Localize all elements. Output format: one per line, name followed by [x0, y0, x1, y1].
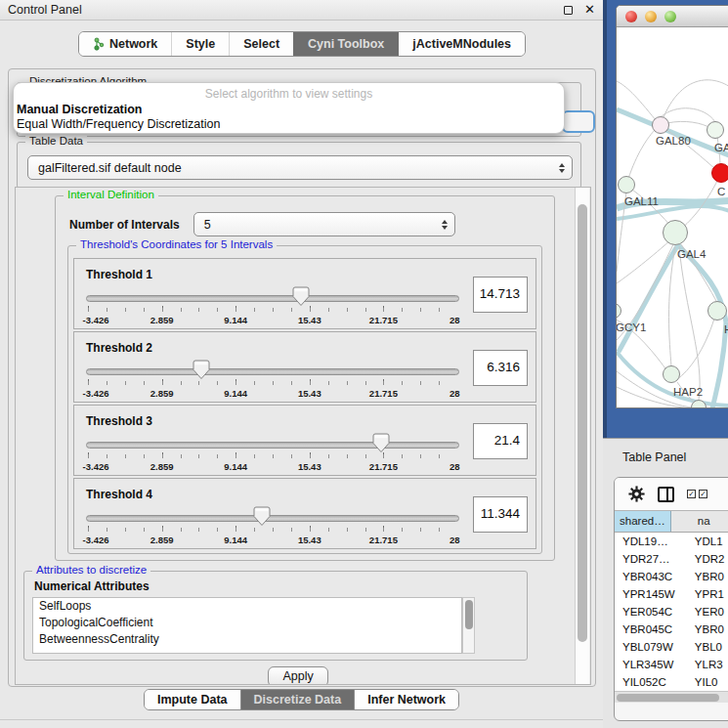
dropdown-hint: Select algorithm to view settings	[14, 87, 564, 103]
numerical-attributes-list[interactable]: SelfLoops TopologicalCoefficient Between…	[32, 597, 462, 654]
network-node[interactable]	[707, 301, 727, 321]
minimize-traffic-light-icon[interactable]	[645, 11, 657, 22]
threshold-value-field[interactable]: 14.713	[473, 277, 528, 313]
algorithm-combobox-focused-edge[interactable]	[562, 110, 595, 133]
settings-scrollbar[interactable]	[575, 188, 589, 684]
table-row[interactable]: YDL19… YDL1	[615, 533, 728, 550]
threshold-label: Threshold 2	[86, 341, 152, 355]
numerical-attributes-label: Numerical Attributes	[34, 579, 150, 593]
threshold-coordinates-group: Threshold's Coordinates for 5 Intervals …	[67, 245, 542, 554]
table-body[interactable]: YDL19… YDL1 YDR27… YDR2 YBR043C YBR0	[615, 533, 728, 691]
network-node[interactable]	[618, 176, 635, 193]
group-title: Table Data	[25, 135, 87, 147]
tab-style[interactable]: Style	[171, 32, 229, 56]
table-row[interactable]: YBR045C YBR0	[615, 621, 728, 638]
threshold-slider[interactable]: -3.426 2.859 9.144 15.43 21.715 28	[86, 431, 459, 474]
checkboxes-icon[interactable]: ✓✓	[687, 490, 707, 498]
table-row[interactable]: YLR345W YLR3	[615, 656, 728, 673]
network-node[interactable]	[691, 400, 707, 408]
network-node[interactable]	[711, 163, 728, 183]
slider-track[interactable]	[86, 295, 459, 302]
tab-cyni-toolbox[interactable]: Cyni Toolbox	[293, 32, 398, 56]
tab-impute-data[interactable]: Impute Data	[145, 690, 240, 709]
number-of-intervals-combobox[interactable]: 5	[193, 212, 455, 236]
tab-label: Select	[243, 37, 279, 51]
network-canvas[interactable]: GAL80 GA C GAL11 GAL4 GCY1 H HAP	[617, 27, 728, 408]
table-panel-title: Table Panel	[622, 450, 686, 464]
tab-jactivemnodules[interactable]: jActiveMNodules	[398, 32, 525, 56]
table-data-combobox[interactable]: galFiltered.sif default node	[27, 155, 573, 180]
slider-thumb-icon[interactable]	[292, 286, 310, 307]
table-header-row: shared… na	[615, 510, 728, 533]
slider-tick-labels: -3.426 2.859 9.144 15.43 21.715 28	[88, 461, 457, 473]
table-horizontal-scrollbar[interactable]	[615, 691, 728, 703]
dropdown-option-equal-width[interactable]: Equal Width/Frequency Discretization	[14, 117, 564, 132]
slider-thumb-icon[interactable]	[193, 360, 210, 380]
dropdown-option-manual[interactable]: Manual Discretization	[14, 103, 564, 117]
threshold-slider[interactable]: -3.426 2.859 9.144 15.43 21.715 28	[86, 358, 459, 401]
threshold-slider[interactable]: -3.426 2.859 9.144 15.43 21.715 28	[86, 504, 459, 547]
apply-button[interactable]: Apply	[268, 666, 328, 685]
list-item[interactable]: SelfLoops	[33, 598, 461, 615]
slider-thumb-icon[interactable]	[253, 506, 271, 527]
table-row[interactable]: YER054C YER0	[615, 603, 728, 621]
threshold-panel: Threshold 3 -3.426 2.859 9.144 15.43	[73, 405, 536, 476]
network-node-label: HAP2	[673, 386, 703, 398]
column-header-name[interactable]: na	[671, 511, 728, 532]
threshold-value-field[interactable]: 11.344	[473, 496, 528, 533]
threshold-value-field[interactable]: 21.4	[473, 423, 528, 459]
group-title: Interval Definition	[64, 189, 158, 200]
table-row[interactable]: YIL052C YIL0	[615, 673, 728, 691]
tab-label: Cyni Toolbox	[308, 37, 384, 51]
close-icon[interactable]: ✕	[584, 5, 595, 15]
table-row[interactable]: YBR043C YBR0	[615, 568, 728, 585]
slider-tick-labels: -3.426 2.859 9.144 15.43 21.715 28	[88, 535, 457, 546]
float-window-icon[interactable]	[564, 6, 573, 15]
slider-thumb-icon[interactable]	[372, 433, 390, 453]
panel-bottom-divider	[0, 719, 603, 720]
slider-track[interactable]	[86, 515, 459, 522]
list-scrollbar[interactable]	[462, 597, 475, 654]
table-row[interactable]: YPR145W YPR1	[615, 585, 728, 603]
threshold-value-field[interactable]: 6.316	[473, 350, 528, 386]
combo-stepper-icon	[442, 220, 448, 230]
list-item[interactable]: BetweennessCentrality	[33, 631, 461, 648]
tab-infer-network[interactable]: Infer Network	[354, 690, 458, 709]
table-row[interactable]: YDR27… YDR2	[615, 550, 728, 568]
tab-discretize-data[interactable]: Discretize Data	[240, 690, 355, 709]
split-column-icon[interactable]	[658, 487, 674, 502]
slider-minor-ticks	[88, 528, 457, 532]
slider-track[interactable]	[86, 368, 459, 375]
network-window-titlebar	[617, 6, 728, 27]
scrollbar-thumb[interactable]	[578, 204, 587, 642]
scrollbar-thumb[interactable]	[617, 694, 719, 702]
threshold-label: Threshold 4	[86, 488, 152, 501]
group-title: Threshold's Coordinates for 5 Intervals	[76, 238, 277, 250]
network-node-label: GAL11	[624, 195, 659, 207]
cyni-toolbox-panel: Discretization Algorithm Table Data galF…	[8, 68, 596, 687]
control-panel-tabs: Network Style Select Cyni Toolbox jActiv…	[78, 31, 526, 57]
tab-network[interactable]: Network	[79, 32, 171, 56]
control-panel-titlebar: Control Panel ✕	[0, 0, 603, 21]
zoom-traffic-light-icon[interactable]	[664, 11, 676, 22]
network-node-label: GAL80	[656, 135, 691, 147]
threshold-slider[interactable]: -3.426 2.859 9.144 15.43 21.715 28	[86, 284, 459, 327]
slider-track[interactable]	[86, 442, 459, 449]
network-node-label: GAL4	[677, 248, 706, 260]
gear-icon[interactable]	[628, 486, 645, 502]
network-node-label: C	[717, 186, 725, 197]
table-row[interactable]: YBL079W YBL0	[615, 638, 728, 656]
list-item[interactable]: TopologicalCoefficient	[33, 615, 461, 631]
network-node[interactable]	[663, 220, 688, 245]
screenshot-root: Control Panel ✕ Network Style Select Cyn…	[0, 0, 728, 728]
close-traffic-light-icon[interactable]	[625, 11, 637, 22]
network-node[interactable]	[663, 365, 680, 383]
combo-stepper-icon	[559, 163, 565, 173]
threshold-label: Threshold 3	[86, 414, 152, 428]
scrollbar-thumb[interactable]	[465, 600, 473, 629]
network-node[interactable]	[707, 121, 724, 139]
network-node[interactable]	[652, 116, 669, 134]
column-header-shared-name[interactable]: shared…	[615, 511, 671, 532]
tab-select[interactable]: Select	[229, 32, 293, 56]
table-toolbar: ✓✓	[615, 478, 728, 510]
